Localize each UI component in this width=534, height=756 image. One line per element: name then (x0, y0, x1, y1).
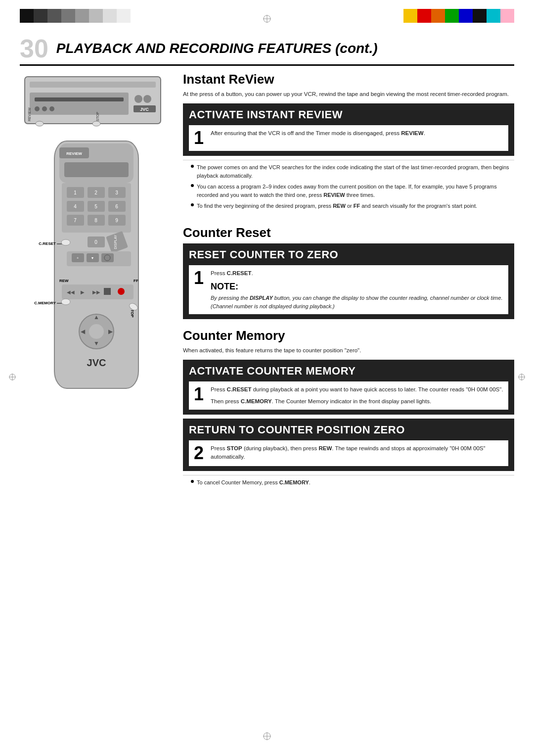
svg-rect-5 (30, 93, 129, 115)
right-column: Instant ReView At the press of a button,… (183, 72, 514, 494)
activate-instant-review-title: ACTIVATE INSTANT REVIEW (189, 108, 508, 121)
svg-text:◀: ◀ (81, 328, 86, 335)
instant-review-step1: 1 After ensuring that the VCR is off and… (189, 125, 508, 151)
svg-text:0: 0 (94, 239, 97, 245)
reset-counter-block: RESET COUNTER TO ZERO 1 Press C.RESET. N… (183, 243, 514, 319)
svg-rect-61 (104, 288, 111, 295)
counter-memory-title: Counter Memory (183, 328, 514, 343)
svg-rect-22 (64, 162, 129, 177)
vcr-device: JVC REVIEW STOP (20, 72, 173, 131)
svg-point-7 (134, 95, 142, 103)
svg-text:REVIEW: REVIEW (66, 151, 82, 156)
svg-text:DISPLAY: DISPLAY (114, 235, 117, 249)
return-step-text: Press STOP (during playback), then press… (211, 444, 503, 462)
activate-counter-memory-title: ACTIVATE COUNTER MEMORY (189, 365, 508, 378)
cm-step2-text: Then press C.MEMORY. The Counter Memory … (211, 397, 503, 406)
bullet-dot-2 (191, 184, 194, 187)
page-number: 30 (20, 36, 48, 61)
counter-memory-section: Counter Memory When activated, this feat… (183, 328, 514, 492)
color-bars-right (403, 9, 514, 23)
svg-point-11 (35, 106, 40, 111)
note-text: By pressing the DISPLAY button, you can … (211, 294, 503, 310)
svg-text:▶: ▶ (108, 328, 113, 335)
bullet-3: To find the very beginning of the desire… (191, 202, 509, 210)
svg-point-12 (42, 106, 47, 111)
page-title: PLAYBACK AND RECORDING FEATURES (cont.) (56, 41, 378, 56)
svg-text:9: 9 (115, 218, 118, 223)
cancel-bullet-text: To cancel Counter Memory, press C.MEMORY… (197, 478, 311, 487)
svg-point-73 (61, 239, 70, 245)
svg-point-8 (143, 95, 151, 103)
svg-text:C.RESET: C.RESET (39, 241, 56, 246)
note-title: NOTE: (211, 282, 503, 292)
svg-text:4: 4 (74, 204, 77, 209)
counter-step1-text: Press C.RESET. (211, 269, 503, 278)
svg-text:▼: ▼ (91, 256, 94, 260)
counter-memory-step1: 1 Press C.RESET during playback at a poi… (189, 381, 508, 410)
svg-text:7: 7 (74, 218, 77, 223)
activate-instant-review-block: ACTIVATE INSTANT REVIEW 1 After ensuring… (183, 103, 514, 156)
svg-text:C.MEMORY: C.MEMORY (34, 301, 56, 305)
svg-text:3: 3 (115, 190, 118, 195)
svg-text:2: 2 (94, 190, 97, 195)
instant-review-bullets: The power comes on and the VCR searches … (183, 160, 514, 216)
svg-point-62 (118, 288, 125, 295)
svg-text:1: 1 (74, 190, 77, 195)
bullet-text-1: The power comes on and the VCR searches … (197, 163, 509, 180)
reset-counter-title: RESET COUNTER TO ZERO (189, 248, 508, 261)
svg-text:◀◀: ◀◀ (67, 289, 75, 295)
svg-text:JVC: JVC (87, 357, 106, 368)
svg-point-74 (61, 299, 70, 305)
return-to-zero-title: RETURN TO COUNTER POSITION ZERO (189, 424, 508, 436)
step1-number: 1 (194, 129, 206, 147)
svg-point-54 (104, 255, 110, 261)
svg-text:+: + (77, 256, 79, 260)
reg-mark-bottom (263, 732, 271, 742)
cancel-bullet-item: To cancel Counter Memory, press C.MEMORY… (191, 478, 509, 487)
note-block: NOTE: By pressing the DISPLAY button, yo… (211, 282, 503, 310)
reg-mark-top (263, 15, 271, 23)
bullet-text-3: To find the very beginning of the desire… (197, 202, 477, 210)
svg-text:FF: FF (134, 279, 138, 283)
svg-text:8: 8 (94, 218, 97, 223)
reg-mark-left (9, 374, 16, 382)
return-step2: 2 Press STOP (during playback), then pre… (189, 440, 508, 466)
activate-counter-memory-block: ACTIVATE COUNTER MEMORY 1 Press C.RESET … (183, 360, 514, 415)
svg-text:▶▶: ▶▶ (92, 289, 100, 295)
left-column: JVC REVIEW STOP REVIEW (20, 72, 173, 416)
instant-review-title: Instant ReView (183, 72, 514, 87)
svg-point-13 (49, 106, 54, 111)
svg-text:▶: ▶ (81, 289, 85, 295)
reg-mark-right (518, 374, 525, 382)
bullet-2: You can access a program 2–9 index codes… (191, 183, 509, 199)
color-bars-left (20, 9, 131, 23)
svg-text:REVIEW: REVIEW (28, 107, 31, 121)
cancel-bullet: To cancel Counter Memory, press C.MEMORY… (183, 475, 514, 493)
svg-text:5: 5 (94, 204, 97, 209)
instant-review-intro: At the press of a button, you can power … (183, 90, 514, 98)
svg-text:▼: ▼ (93, 340, 99, 347)
instant-review-section: Instant ReView At the press of a button,… (183, 72, 514, 216)
cancel-bullet-dot (191, 480, 194, 483)
cm-step1-number: 1 (194, 385, 206, 403)
bullet-dot-1 (191, 165, 194, 168)
svg-point-67 (89, 324, 104, 339)
step1-text: After ensuring that the VCR is off and t… (211, 129, 425, 138)
counter-reset-step1: 1 Press C.RESET. NOTE: By pressing the D… (189, 265, 508, 314)
bullet-text-2: You can access a program 2–9 index codes… (197, 183, 509, 199)
svg-text:REW: REW (59, 279, 69, 283)
svg-rect-4 (30, 82, 156, 88)
svg-text:JVC: JVC (140, 107, 149, 112)
page-header: 30 PLAYBACK AND RECORDING FEATURES (cont… (20, 36, 514, 66)
svg-rect-6 (35, 97, 124, 101)
counter-memory-intro: When activated, this feature returns the… (183, 346, 514, 355)
svg-point-16 (36, 121, 44, 126)
svg-point-17 (92, 121, 100, 126)
counter-reset-title: Counter Reset (183, 225, 514, 240)
return-step-number: 2 (194, 444, 206, 462)
return-to-zero-block: RETURN TO COUNTER POSITION ZERO 2 Press … (183, 419, 514, 471)
remote-control: REVIEW 1 2 3 4 5 6 7 8 (20, 139, 173, 416)
cm-step1-text: Press C.RESET during playback at a point… (211, 385, 503, 394)
bullet-1: The power comes on and the VCR searches … (191, 163, 509, 180)
svg-text:6: 6 (115, 204, 118, 209)
